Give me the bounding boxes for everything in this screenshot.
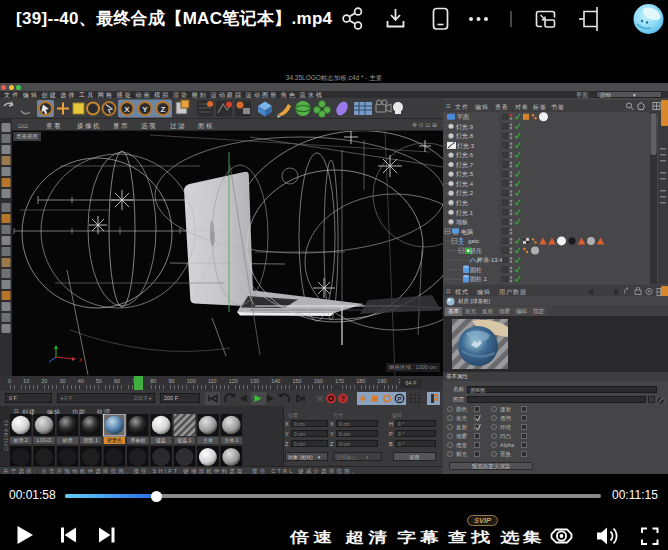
svg-text:键盘.1: 键盘.1 bbox=[176, 437, 191, 444]
svg-text:?: ? bbox=[341, 395, 345, 402]
svg-text:P: P bbox=[397, 396, 401, 402]
svg-text:地板: 地板 bbox=[456, 219, 468, 225]
svg-text:圆柱.1: 圆柱.1 bbox=[470, 276, 488, 283]
svg-text:灯光.3: 灯光.3 bbox=[457, 143, 475, 150]
svg-text:灯光.2: 灯光.2 bbox=[456, 190, 474, 197]
svg-text:LOGO: LOGO bbox=[37, 437, 52, 443]
svg-text:Z: Z bbox=[161, 105, 166, 114]
svg-text:X: X bbox=[79, 357, 83, 363]
svg-text:阴影.1: 阴影.1 bbox=[84, 437, 98, 444]
svg-text:灯光.9: 灯光.9 bbox=[456, 124, 474, 131]
svg-text:灯光.7: 灯光.7 bbox=[456, 162, 474, 169]
svg-text:电脑: 电脑 bbox=[461, 228, 473, 235]
svg-text:键盘: 键盘 bbox=[155, 437, 166, 444]
svg-text:屏幕相: 屏幕相 bbox=[130, 437, 145, 443]
svg-text:样条-13.4: 样条-13.4 bbox=[477, 257, 503, 263]
svg-text:灯光.6: 灯光.6 bbox=[456, 152, 474, 159]
svg-text:挤压: 挤压 bbox=[470, 247, 482, 255]
svg-text:gatc: gatc bbox=[468, 238, 479, 244]
svg-text:背景色: 背景色 bbox=[107, 437, 122, 443]
svg-text:灯光.1: 灯光.1 bbox=[456, 210, 474, 217]
svg-text:平面: 平面 bbox=[457, 113, 469, 121]
svg-text:材质: 材质 bbox=[62, 437, 74, 444]
svg-text:材质.2: 材质.2 bbox=[13, 437, 28, 444]
svg-text:灯光.5: 灯光.5 bbox=[456, 171, 474, 178]
svg-text:灯光: 灯光 bbox=[456, 200, 468, 207]
svg-text:灯光.4: 灯光.4 bbox=[456, 181, 474, 188]
svg-text:Y: Y bbox=[142, 105, 148, 114]
svg-text:X: X bbox=[124, 105, 130, 114]
svg-text:圆柱: 圆柱 bbox=[470, 267, 482, 274]
svg-text:灯光.8: 灯光.8 bbox=[456, 133, 474, 140]
svg-text:主体.1: 主体.1 bbox=[224, 437, 238, 443]
svg-text:主体: 主体 bbox=[203, 437, 213, 443]
